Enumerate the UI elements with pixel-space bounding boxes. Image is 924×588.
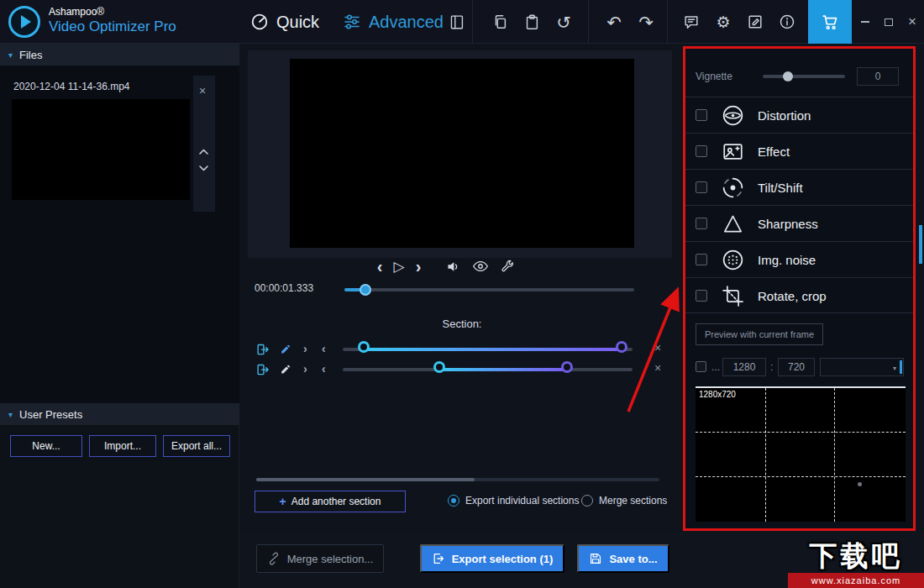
pencil-icon	[280, 343, 292, 355]
vignette-slider[interactable]	[763, 75, 845, 78]
preset-export-all-button[interactable]: Export all...	[163, 435, 230, 457]
window-scrollbar-thumb[interactable]	[919, 225, 922, 264]
info-button[interactable]	[771, 0, 803, 44]
vignette-value[interactable]: 0	[857, 67, 899, 86]
remove-section-icon[interactable]: ×	[654, 361, 661, 375]
remove-section-icon[interactable]: ×	[654, 341, 661, 354]
effect-row-effect[interactable]: Effect	[685, 133, 913, 169]
vignette-thumb[interactable]	[783, 71, 793, 81]
file-thumbnail[interactable]	[12, 99, 190, 200]
gauge-icon	[250, 13, 269, 31]
remove-file-icon[interactable]: ×	[199, 84, 206, 97]
checkbox[interactable]	[696, 181, 707, 193]
brand-block: Ashampoo® Video Optimizer Pro	[49, 7, 176, 34]
preview-current-frame-button[interactable]: Preview with current frame	[696, 323, 823, 345]
add-section-button[interactable]: + Add another section	[255, 491, 406, 512]
section-start-set-icon[interactable]: ›	[303, 342, 307, 355]
play-button[interactable]: ▷	[390, 256, 408, 276]
section-range-slider[interactable]	[343, 348, 633, 351]
range-end-thumb[interactable]	[561, 361, 573, 373]
range-start-thumb[interactable]	[358, 341, 370, 353]
effect-row-distortion[interactable]: Distortion	[685, 97, 913, 133]
maximize-button[interactable]	[877, 0, 900, 44]
section-end-set-icon[interactable]: ‹	[322, 362, 326, 375]
sections-scrollbar[interactable]	[256, 478, 659, 481]
undo-button[interactable]: ↶	[598, 0, 630, 44]
toolbar-separator	[472, 0, 473, 44]
scrollbar-thumb[interactable]	[256, 478, 475, 481]
notes-button[interactable]	[739, 0, 771, 44]
files-section-header[interactable]: ▾ Files	[0, 44, 239, 66]
preset-new-button[interactable]: New...	[10, 435, 82, 457]
section-end-set-icon[interactable]: ‹	[322, 342, 326, 355]
tilt-shift-icon	[721, 176, 745, 200]
effects-panel: Vignette 0 Distortion Effect Tilt/Shift …	[683, 46, 916, 531]
radio-merge-label: Merge sections	[599, 495, 667, 507]
video-preview[interactable]	[290, 59, 634, 248]
shop-button[interactable]	[808, 0, 852, 44]
dropdown-scrollbar[interactable]	[900, 360, 902, 374]
minimize-button[interactable]	[853, 0, 877, 44]
panel-layout-button[interactable]	[440, 0, 472, 44]
tab-quick-label: Quick	[276, 13, 319, 32]
effect-row-img-noise[interactable]: Img. noise	[685, 241, 913, 277]
checkbox[interactable]	[696, 145, 707, 157]
section-edit-button[interactable]	[280, 343, 292, 355]
vignette-label: Vignette	[696, 71, 732, 82]
radio-merge-sections[interactable]: Merge sections	[581, 495, 667, 507]
section-start-set-icon[interactable]: ›	[303, 362, 307, 375]
redo-button[interactable]: ↷	[630, 0, 662, 44]
tools-button[interactable]	[497, 256, 517, 276]
effect-row-sharpness[interactable]: Sharpness	[685, 205, 913, 241]
section-edit-button[interactable]	[280, 363, 292, 375]
radio-selected-icon[interactable]	[448, 495, 459, 507]
link-icon	[267, 552, 281, 565]
preview-toggle-button[interactable]	[470, 256, 491, 276]
product-name: Video Optimizer Pro	[49, 18, 176, 35]
seek-thumb[interactable]	[360, 284, 371, 296]
resolution-preset-dropdown[interactable]: ▾	[820, 358, 904, 376]
feedback-button[interactable]	[675, 0, 707, 44]
title-bar: Ashampoo® Video Optimizer Pro Quick Adva…	[0, 0, 924, 44]
seek-slider[interactable]	[344, 288, 634, 291]
radio-export-individual[interactable]: Export individual sections	[448, 495, 579, 507]
section-export-toggle[interactable]	[256, 363, 270, 377]
crop-preview[interactable]: 1280x720	[696, 386, 906, 522]
range-active	[439, 368, 567, 371]
prev-frame-button[interactable]: ‹	[372, 256, 387, 276]
undo-icon: ↶	[606, 13, 622, 31]
resolution-checkbox[interactable]	[696, 361, 706, 372]
move-down-icon[interactable]	[198, 165, 209, 172]
copy-button[interactable]	[484, 0, 516, 44]
tab-quick[interactable]: Quick	[250, 0, 319, 44]
radio-unselected-icon[interactable]	[581, 495, 593, 507]
merge-selection-button[interactable]: Merge selection...	[256, 544, 384, 573]
resolution-height-input[interactable]: 720	[778, 358, 815, 376]
range-end-thumb[interactable]	[616, 341, 627, 353]
effect-row-rotate-crop[interactable]: Rotate, crop	[685, 277, 913, 313]
export-selection-button[interactable]: Export selection (1)	[420, 544, 564, 573]
preset-import-button[interactable]: Import...	[89, 435, 156, 457]
volume-button[interactable]	[443, 256, 463, 276]
close-button[interactable]: ×	[900, 0, 924, 44]
checkbox[interactable]	[696, 109, 707, 121]
user-presets-header[interactable]: ▾ User Presets	[0, 403, 239, 425]
paste-button[interactable]	[516, 0, 548, 44]
tab-advanced[interactable]: Advanced	[343, 0, 444, 44]
checkbox[interactable]	[696, 254, 707, 265]
next-frame-button[interactable]: ›	[411, 256, 426, 276]
checkbox[interactable]	[696, 218, 707, 229]
move-up-icon[interactable]	[198, 148, 209, 155]
range-start-thumb[interactable]	[433, 361, 445, 373]
resolution-width-input[interactable]: 1280	[722, 358, 766, 376]
info-icon	[779, 13, 795, 30]
plus-icon: +	[280, 495, 286, 508]
reset-button[interactable]: ↺	[548, 0, 580, 44]
settings-button[interactable]: ⚙	[707, 0, 739, 44]
save-to-button[interactable]: Save to...	[577, 544, 669, 573]
checkbox[interactable]	[696, 290, 707, 302]
section-export-toggle[interactable]	[256, 343, 270, 357]
effect-row-tilt-shift[interactable]: Tilt/Shift	[685, 169, 913, 205]
toolbar-separator	[667, 0, 668, 44]
section-range-slider[interactable]	[343, 368, 633, 371]
